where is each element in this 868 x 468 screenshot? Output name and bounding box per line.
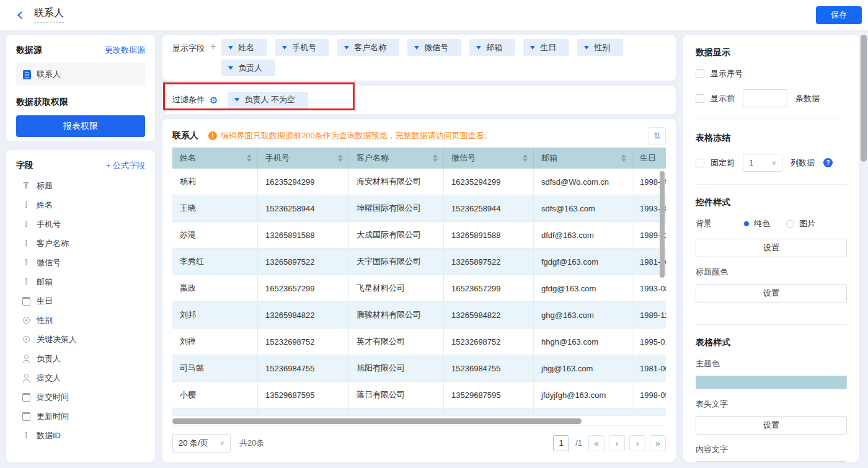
- content-text-set-button[interactable]: 设置: [696, 461, 847, 462]
- table-cell: 13529687595: [258, 382, 349, 408]
- show-index-label: 显示序号: [711, 68, 743, 79]
- gear-icon[interactable]: ⚙: [210, 95, 218, 105]
- table-vertical-scrollbar[interactable]: [660, 171, 665, 278]
- reorder-columns-button[interactable]: ⇅: [649, 127, 666, 144]
- table-cell: 天宇国际有限公司: [349, 249, 444, 275]
- field-chip[interactable]: 生日: [523, 39, 569, 56]
- field-item[interactable]: 更新时间: [16, 407, 145, 426]
- widget-style-heading: 控件样式: [696, 197, 847, 208]
- table-header-cell[interactable]: 客户名称: [349, 148, 444, 169]
- field-item[interactable]: 手机号: [16, 214, 145, 234]
- table-row[interactable]: 刘禅15232698752英才有限公司15232698752hhgh@163.c…: [172, 329, 666, 355]
- field-item[interactable]: 性别: [16, 311, 145, 330]
- total-count: 共20条: [239, 438, 264, 449]
- table-row[interactable]: 司马懿15236984755旭阳有限公司15236984755jhgj@163.…: [172, 355, 666, 382]
- table-cell: 海安材料有限公司: [349, 169, 444, 195]
- field-item[interactable]: 提交人: [16, 368, 145, 387]
- freeze-columns-checkbox[interactable]: [696, 159, 704, 167]
- field-chip[interactable]: 微信号: [407, 39, 461, 56]
- field-chip[interactable]: 手机号: [275, 39, 329, 56]
- show-index-checkbox[interactable]: [696, 69, 704, 78]
- warning-icon: !: [208, 131, 217, 140]
- title-field-icon: [22, 182, 30, 190]
- title-color-set-button[interactable]: 设置: [696, 284, 847, 302]
- table-cell: 苏漫: [172, 222, 258, 248]
- table-cell: 刘邦: [172, 302, 258, 328]
- table-header-cell[interactable]: 手机号: [258, 148, 349, 169]
- table-cell: 13265984822: [258, 302, 349, 328]
- table-row[interactable]: 杨莉16235294299海安材料有限公司16235294299sdfsd@Wo…: [172, 169, 666, 195]
- table-cell: 13265984822: [444, 302, 534, 328]
- filter-condition-chip[interactable]: 负责人 不为空: [228, 92, 308, 108]
- field-item[interactable]: 生日: [16, 291, 145, 311]
- field-item[interactable]: 姓名: [16, 195, 145, 214]
- field-item-label: 姓名: [37, 200, 53, 211]
- first-page-button[interactable]: «: [588, 435, 604, 451]
- column-sort-icon[interactable]: [247, 154, 252, 162]
- field-item[interactable]: 微信号: [16, 253, 145, 272]
- back-button[interactable]: 联系人: [19, 7, 64, 23]
- field-item[interactable]: 关键决策人: [16, 330, 145, 349]
- horizontal-scroll-thumb[interactable]: [172, 418, 582, 424]
- freeze-count-select[interactable]: 1 ∨: [743, 154, 782, 172]
- field-chip[interactable]: 客户名称: [337, 39, 399, 56]
- field-item[interactable]: 邮箱: [16, 272, 145, 291]
- table-row[interactable]: [172, 408, 666, 416]
- table-row[interactable]: 王晓15236258944坤曜国际有限公司15236258944sdfs@163…: [172, 195, 666, 222]
- column-sort-icon[interactable]: [523, 154, 528, 162]
- filter-condition-label: 负责人 不为空: [244, 94, 295, 105]
- datasource-item[interactable]: 联系人: [16, 63, 145, 86]
- table-cell: 李秀红: [172, 249, 258, 275]
- prev-page-button[interactable]: ‹: [609, 435, 625, 451]
- table-header-cell[interactable]: 邮箱: [534, 148, 632, 169]
- field-item[interactable]: 标题: [16, 176, 145, 195]
- fields-heading: 字段: [16, 160, 33, 171]
- column-sort-icon[interactable]: [338, 154, 343, 162]
- table-cell: 司马懿: [172, 355, 258, 381]
- field-item[interactable]: 客户名称: [16, 234, 145, 253]
- table-header-cell[interactable]: 生日: [632, 148, 666, 169]
- table-row[interactable]: 嬴政16523657299飞星材料公司16523657299gfdg@163.c…: [172, 275, 666, 302]
- bg-image-option[interactable]: 图片: [786, 218, 815, 229]
- last-page-button[interactable]: »: [650, 435, 666, 451]
- help-icon[interactable]: ?: [823, 158, 833, 167]
- table-row[interactable]: 李秀红13265897522天宇国际有限公司13265897522fgdgf@1…: [172, 249, 666, 275]
- add-display-field-button[interactable]: +: [210, 41, 216, 52]
- table-header-cell[interactable]: 姓名: [172, 148, 258, 169]
- table-row[interactable]: 小樱13529687595落日有限公司13529687595jfdyjfgh@1…: [172, 382, 666, 408]
- table-cell: 15232698752: [258, 329, 349, 355]
- field-chip[interactable]: 负责人: [221, 60, 275, 76]
- field-chip-label: 客户名称: [354, 42, 386, 53]
- change-datasource-link[interactable]: 更改数据源: [105, 45, 145, 56]
- current-page-input[interactable]: 1: [553, 435, 569, 451]
- background-set-button[interactable]: 设置: [696, 239, 847, 257]
- bg-solid-option[interactable]: 纯色: [744, 218, 770, 229]
- show-first-checkbox[interactable]: [696, 94, 704, 103]
- table-row[interactable]: 刘邦13265984822腾骏材料有限公司13265984822ghg@163.…: [172, 302, 666, 329]
- table-header-cell[interactable]: 微信号: [444, 148, 534, 169]
- field-item[interactable]: 负责人: [16, 349, 145, 368]
- field-item[interactable]: 提交时间: [16, 387, 145, 407]
- field-item-label: 更新时间: [37, 411, 69, 422]
- datasource-card: 数据源 更改数据源 联系人 数据获取权限 报表权限: [6, 35, 155, 141]
- table-row[interactable]: 苏漫13265891588大成国际有限公司13265891588dfdf@163…: [172, 222, 666, 249]
- report-permission-button[interactable]: 报表权限: [16, 115, 145, 137]
- field-chip[interactable]: 性别: [577, 39, 623, 56]
- field-chip[interactable]: 姓名: [221, 39, 267, 56]
- theme-color-swatch[interactable]: [696, 376, 847, 389]
- field-item[interactable]: 数据ID: [16, 426, 145, 445]
- next-page-button[interactable]: ›: [629, 435, 645, 451]
- user-field-icon: [22, 355, 30, 363]
- table-cell: jfdyjfgh@163.com: [534, 382, 632, 408]
- column-sort-icon[interactable]: [433, 154, 438, 162]
- field-chip[interactable]: 邮箱: [469, 39, 515, 56]
- table-cell: [258, 408, 349, 416]
- chevron-down-icon: [530, 46, 535, 50]
- header-text-set-button[interactable]: 设置: [696, 416, 847, 435]
- page-size-select[interactable]: 20 条/页 ∨: [172, 434, 231, 453]
- page-scroll-thumb[interactable]: [861, 35, 867, 162]
- add-formula-field-link[interactable]: + 公式字段: [106, 160, 145, 171]
- column-sort-icon[interactable]: [621, 154, 626, 162]
- show-first-count-input[interactable]: [743, 89, 787, 107]
- save-button[interactable]: 保存: [816, 6, 862, 24]
